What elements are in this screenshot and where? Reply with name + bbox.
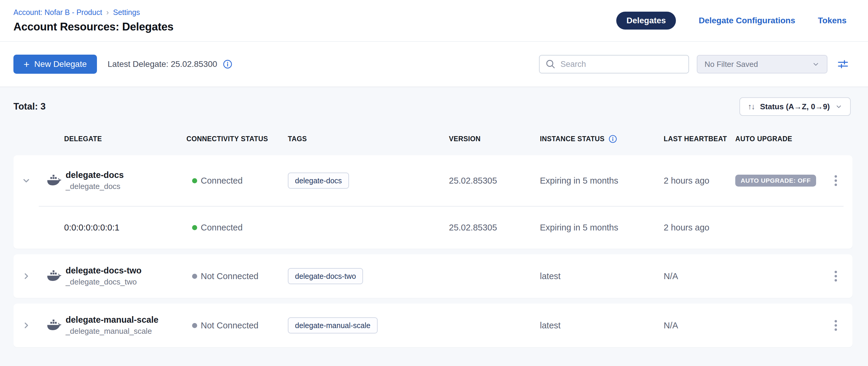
delegates-page: Account: Nofar B - Product › Settings Ac… [0, 0, 868, 366]
column-header-last-heartbeat: LAST HEARTBEAT [664, 135, 735, 143]
column-header-instance-status: INSTANCE STATUS [540, 135, 664, 143]
tag-chip: delegate-docs-two [288, 268, 363, 284]
expand-row-button[interactable] [13, 271, 39, 281]
column-header-connectivity: CONNECTIVITY STATUS [185, 135, 288, 143]
search-input[interactable] [560, 60, 682, 69]
chevron-right-icon [21, 271, 31, 281]
search-icon [546, 59, 556, 69]
breadcrumb-settings-link[interactable]: Settings [113, 8, 140, 17]
expand-row-button[interactable] [13, 320, 39, 331]
filter-sliders-button[interactable] [835, 56, 851, 72]
page-header: Account: Nofar B - Product › Settings Ac… [0, 0, 868, 42]
breadcrumb-separator-icon: › [106, 8, 109, 17]
toolbar: + New Delegate Latest Delegate: 25.02.85… [0, 42, 868, 87]
delegate-name: delegate-docs [66, 170, 124, 180]
sort-arrows-icon: ↑↓ [748, 102, 755, 111]
delegate-cell: delegate-docs _delegate_docs [39, 170, 185, 192]
latest-delegate-info-icon[interactable] [221, 58, 234, 71]
breadcrumb: Account: Nofar B - Product › Settings [13, 8, 174, 17]
column-header-delegate: DELEGATE [39, 135, 185, 143]
list-summary-bar: Total: 3 ↑↓ Status (A→Z, 0→9) [13, 96, 851, 117]
menu-cell [819, 318, 852, 333]
connectivity-status: Connected [201, 176, 243, 186]
version-cell: 25.02.85305 [449, 223, 540, 232]
docker-icon [47, 270, 61, 282]
delegate-cell: delegate-docs-two _delegate_docs_two [39, 265, 185, 287]
saved-filter-value: No Filter Saved [705, 60, 758, 69]
sort-dropdown[interactable]: ↑↓ Status (A→Z, 0→9) [739, 97, 851, 116]
instance-host: 0:0:0:0:0:0:0:1 [39, 223, 185, 232]
row-menu-button[interactable] [832, 318, 839, 333]
instance-status-cell: Expiring in 5 months [540, 176, 664, 186]
connected-dot-icon [192, 225, 197, 230]
delegate-card-delegate-docs: delegate-docs _delegate_docs Connected d… [13, 155, 852, 249]
delegate-name-block: delegate-docs-two _delegate_docs_two [66, 265, 142, 287]
delegate-name: delegate-manual-scale [66, 314, 158, 325]
header-left: Account: Nofar B - Product › Settings Ac… [13, 0, 174, 41]
auto-upgrade-cell: AUTO UPGRADE: OFF [735, 175, 819, 187]
delegate-id: _delegate_docs_two [66, 277, 142, 287]
connectivity-status: Connected [201, 223, 243, 232]
delegate-card-delegate-docs-two: delegate-docs-two _delegate_docs_two Not… [13, 254, 852, 298]
new-delegate-button[interactable]: + New Delegate [13, 55, 97, 74]
tab-tokens[interactable]: Tokens [818, 16, 846, 25]
delegate-card-delegate-manual-scale: delegate-manual-scale _delegate_manual_s… [13, 304, 852, 347]
delegate-id: _delegate_manual_scale [66, 326, 158, 336]
chevron-down-icon [835, 103, 842, 110]
menu-cell [819, 269, 852, 284]
connectivity-cell: Not Connected [185, 320, 288, 331]
delegate-name-block: delegate-manual-scale _delegate_manual_s… [66, 314, 158, 336]
new-delegate-label: New Delegate [34, 59, 87, 69]
tab-delegate-configurations[interactable]: Delegate Configurations [699, 16, 795, 25]
version-cell: 25.02.85305 [449, 176, 540, 186]
instance-status-info-icon[interactable] [609, 135, 617, 143]
search-box [539, 55, 689, 74]
breadcrumb-account-link[interactable]: Account: Nofar B - Product [13, 8, 102, 17]
last-heartbeat-cell: 2 hours ago [664, 223, 735, 232]
connectivity-cell: Not Connected [185, 271, 288, 281]
delegates-list-section: Total: 3 ↑↓ Status (A→Z, 0→9) DELEGATE C… [0, 87, 868, 366]
table-row: delegate-docs-two _delegate_docs_two Not… [13, 254, 852, 298]
table-header-row: DELEGATE CONNECTIVITY STATUS TAGS VERSIO… [13, 129, 852, 149]
tag-chip: delegate-manual-scale [288, 317, 378, 334]
tag-chip: delegate-docs [288, 173, 349, 189]
instance-status-label: INSTANCE STATUS [540, 135, 604, 143]
toolbar-left: + New Delegate Latest Delegate: 25.02.85… [13, 55, 234, 74]
connectivity-cell: Connected [185, 176, 288, 186]
docker-icon [47, 174, 61, 187]
total-count: Total: 3 [13, 101, 45, 112]
not-connected-dot-icon [192, 274, 197, 279]
delegate-id: _delegate_docs [66, 181, 124, 192]
last-heartbeat-cell: N/A [664, 320, 735, 331]
not-connected-dot-icon [192, 323, 197, 328]
connected-dot-icon [192, 178, 197, 183]
column-header-auto-upgrade: AUTO UPGRADE [735, 135, 819, 143]
latest-delegate: Latest Delegate: 25.02.85300 [108, 58, 234, 71]
chevron-down-icon [21, 175, 31, 186]
page-title: Account Resources: Delegates [13, 21, 174, 33]
delegate-instance-row: 0:0:0:0:0:0:0:1 Connected 25.02.85305 Ex… [13, 206, 852, 249]
chevron-right-icon [21, 320, 31, 331]
table-row: delegate-manual-scale _delegate_manual_s… [13, 304, 852, 347]
toolbar-right: No Filter Saved [539, 55, 851, 74]
sort-value: Status (A→Z, 0→9) [760, 102, 830, 111]
plus-icon: + [24, 59, 30, 69]
tags-cell: delegate-docs-two [288, 268, 449, 284]
tags-cell: delegate-manual-scale [288, 317, 449, 334]
instance-status-cell: latest [540, 271, 664, 281]
delegate-name: delegate-docs-two [66, 265, 142, 276]
sliders-icon [837, 58, 849, 70]
column-header-version: VERSION [449, 135, 540, 143]
header-tabs: Delegates Delegate Configurations Tokens [616, 0, 846, 41]
collapse-row-button[interactable] [13, 175, 39, 186]
saved-filter-dropdown[interactable]: No Filter Saved [697, 55, 828, 74]
tab-delegates[interactable]: Delegates [616, 12, 676, 30]
row-menu-button[interactable] [832, 173, 839, 188]
connectivity-cell: Connected [185, 223, 288, 232]
auto-upgrade-badge: AUTO UPGRADE: OFF [735, 175, 816, 187]
row-menu-button[interactable] [832, 269, 839, 284]
connectivity-status: Not Connected [201, 271, 258, 281]
connectivity-status: Not Connected [201, 320, 258, 331]
docker-icon [47, 319, 61, 332]
chevron-down-icon [812, 60, 820, 68]
